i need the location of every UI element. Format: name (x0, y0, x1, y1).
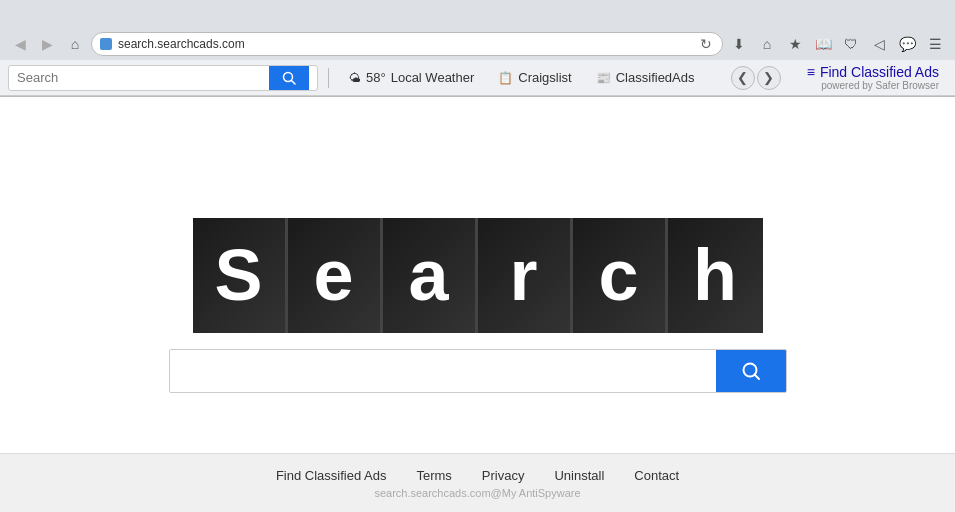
craigslist-bookmark[interactable]: 📋 Craigslist (488, 66, 581, 89)
search-logo: Search (193, 218, 763, 333)
favicon-icon (100, 38, 112, 50)
shield-button[interactable]: 🛡 (839, 32, 863, 56)
main-search-button[interactable] (716, 350, 786, 392)
home-button[interactable]: ⌂ (63, 32, 87, 56)
main-search-box (169, 349, 787, 393)
footer-link-contact[interactable]: Contact (634, 468, 679, 483)
reload-button[interactable]: ↻ (698, 36, 714, 52)
page-content: Search Find Classified AdsTermsPrivacyUn… (0, 97, 955, 512)
chat-button[interactable]: 💬 (895, 32, 919, 56)
classifiedads-label: ClassifiedAds (616, 70, 695, 85)
bookmarks-search-bar[interactable] (8, 65, 318, 91)
logo-tile-r: r (478, 218, 573, 333)
forward-button[interactable]: ▶ (35, 32, 59, 56)
page-footer: Find Classified AdsTermsPrivacyUninstall… (0, 453, 955, 512)
url-text: search.searchcads.com (118, 37, 692, 51)
bookmarks-next-button[interactable]: ❯ (757, 66, 781, 90)
bookmarks-button[interactable]: 📖 (811, 32, 835, 56)
back-arrow-button[interactable]: ◁ (867, 32, 891, 56)
toolbar-buttons: ⬇ ⌂ ★ 📖 🛡 ◁ 💬 ☰ (727, 32, 947, 56)
title-bar (0, 0, 955, 28)
footer-link-uninstall[interactable]: Uninstall (554, 468, 604, 483)
back-forward-buttons: ◀ ▶ (8, 32, 59, 56)
svg-line-4 (754, 374, 759, 379)
weather-label: Local Weather (391, 70, 475, 85)
bookmarks-search-input[interactable] (9, 66, 269, 90)
logo-tile-h: h (668, 218, 763, 333)
craigslist-label: Craigslist (518, 70, 571, 85)
svg-point-0 (101, 39, 111, 49)
logo-tile-a: a (383, 218, 478, 333)
menu-button[interactable]: ☰ (923, 32, 947, 56)
weather-temp: 58° (366, 70, 386, 85)
bookmarks-prev-button[interactable]: ❮ (731, 66, 755, 90)
download-button[interactable]: ⬇ (727, 32, 751, 56)
classifiedads-icon: 📰 (596, 71, 611, 85)
svg-line-2 (292, 80, 296, 84)
weather-icon: 🌤 (349, 71, 361, 85)
back-button[interactable]: ◀ (8, 32, 32, 56)
address-bar[interactable]: search.searchcads.com ↻ (91, 32, 723, 56)
logo-tile-S: S (193, 218, 288, 333)
find-classified-widget[interactable]: ≡ Find Classified Ads powered by Safer B… (807, 64, 947, 91)
find-classified-icon: ≡ (807, 64, 815, 80)
bookmarks-bar: 🌤 58° Local Weather 📋 Craigslist 📰 Class… (0, 60, 955, 96)
logo-tile-c: c (573, 218, 668, 333)
bookmark-star-button[interactable]: ★ (783, 32, 807, 56)
classifiedads-bookmark[interactable]: 📰 ClassifiedAds (586, 66, 705, 89)
footer-link-terms[interactable]: Terms (416, 468, 451, 483)
bookmarks-search-button[interactable] (269, 66, 309, 90)
footer-link-find-classified-ads[interactable]: Find Classified Ads (276, 468, 387, 483)
main-search-input[interactable] (170, 350, 716, 392)
bookmarks-nav: ❮ ❯ (731, 66, 781, 90)
craigslist-icon: 📋 (498, 71, 513, 85)
find-classified-title[interactable]: ≡ Find Classified Ads (807, 64, 939, 80)
find-classified-subtitle: powered by Safer Browser (807, 80, 939, 91)
footer-links: Find Classified AdsTermsPrivacyUninstall… (276, 468, 679, 483)
weather-bookmark[interactable]: 🌤 58° Local Weather (339, 66, 484, 89)
home-toolbar-button[interactable]: ⌂ (755, 32, 779, 56)
logo-tile-e: e (288, 218, 383, 333)
footer-link-privacy[interactable]: Privacy (482, 468, 525, 483)
bookmarks-divider (328, 68, 329, 88)
footer-watermark: search.searchcads.com@My AntiSpyware (374, 487, 580, 499)
address-bar-row: ◀ ▶ ⌂ search.searchcads.com ↻ ⬇ ⌂ ★ 📖 🛡 … (0, 28, 955, 60)
